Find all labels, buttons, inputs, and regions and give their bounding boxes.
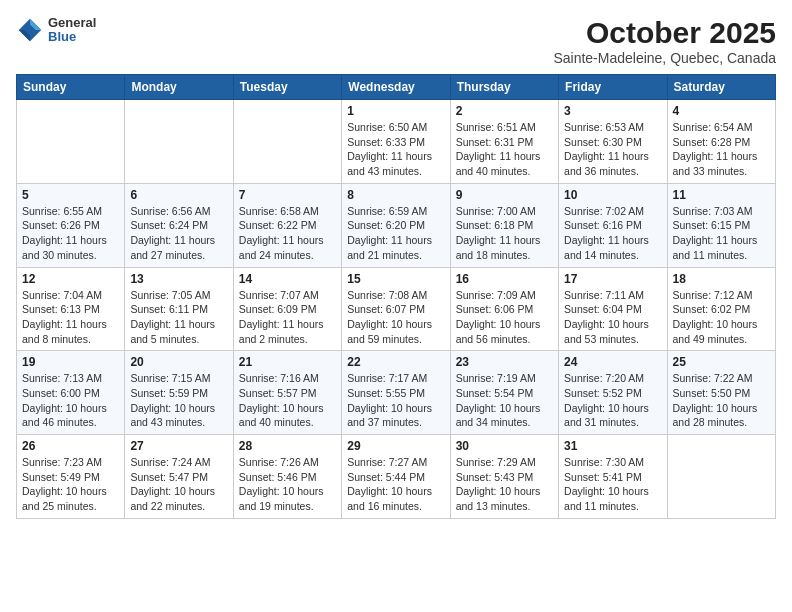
calendar-body: 1Sunrise: 6:50 AM Sunset: 6:33 PM Daylig… bbox=[17, 100, 776, 519]
day-info: Sunrise: 6:58 AM Sunset: 6:22 PM Dayligh… bbox=[239, 204, 336, 263]
calendar-week-row: 26Sunrise: 7:23 AM Sunset: 5:49 PM Dayli… bbox=[17, 435, 776, 519]
day-number: 10 bbox=[564, 188, 661, 202]
calendar-cell bbox=[667, 435, 775, 519]
calendar-cell: 8Sunrise: 6:59 AM Sunset: 6:20 PM Daylig… bbox=[342, 183, 450, 267]
calendar-cell: 25Sunrise: 7:22 AM Sunset: 5:50 PM Dayli… bbox=[667, 351, 775, 435]
day-info: Sunrise: 7:24 AM Sunset: 5:47 PM Dayligh… bbox=[130, 455, 227, 514]
day-info: Sunrise: 6:53 AM Sunset: 6:30 PM Dayligh… bbox=[564, 120, 661, 179]
calendar-cell bbox=[233, 100, 341, 184]
day-number: 22 bbox=[347, 355, 444, 369]
calendar-cell: 22Sunrise: 7:17 AM Sunset: 5:55 PM Dayli… bbox=[342, 351, 450, 435]
calendar-cell: 16Sunrise: 7:09 AM Sunset: 6:06 PM Dayli… bbox=[450, 267, 558, 351]
logo-icon bbox=[16, 16, 44, 44]
day-number: 25 bbox=[673, 355, 770, 369]
calendar-week-row: 19Sunrise: 7:13 AM Sunset: 6:00 PM Dayli… bbox=[17, 351, 776, 435]
day-number: 27 bbox=[130, 439, 227, 453]
calendar-cell: 20Sunrise: 7:15 AM Sunset: 5:59 PM Dayli… bbox=[125, 351, 233, 435]
calendar-cell: 30Sunrise: 7:29 AM Sunset: 5:43 PM Dayli… bbox=[450, 435, 558, 519]
calendar-cell: 1Sunrise: 6:50 AM Sunset: 6:33 PM Daylig… bbox=[342, 100, 450, 184]
calendar-cell bbox=[125, 100, 233, 184]
weekday-row: SundayMondayTuesdayWednesdayThursdayFrid… bbox=[17, 75, 776, 100]
day-info: Sunrise: 7:03 AM Sunset: 6:15 PM Dayligh… bbox=[673, 204, 770, 263]
calendar-cell: 17Sunrise: 7:11 AM Sunset: 6:04 PM Dayli… bbox=[559, 267, 667, 351]
day-number: 12 bbox=[22, 272, 119, 286]
day-number: 4 bbox=[673, 104, 770, 118]
calendar-cell: 11Sunrise: 7:03 AM Sunset: 6:15 PM Dayli… bbox=[667, 183, 775, 267]
day-number: 28 bbox=[239, 439, 336, 453]
day-number: 8 bbox=[347, 188, 444, 202]
day-info: Sunrise: 6:59 AM Sunset: 6:20 PM Dayligh… bbox=[347, 204, 444, 263]
calendar-cell: 2Sunrise: 6:51 AM Sunset: 6:31 PM Daylig… bbox=[450, 100, 558, 184]
day-info: Sunrise: 7:23 AM Sunset: 5:49 PM Dayligh… bbox=[22, 455, 119, 514]
day-info: Sunrise: 7:30 AM Sunset: 5:41 PM Dayligh… bbox=[564, 455, 661, 514]
day-number: 1 bbox=[347, 104, 444, 118]
day-number: 26 bbox=[22, 439, 119, 453]
calendar-cell: 3Sunrise: 6:53 AM Sunset: 6:30 PM Daylig… bbox=[559, 100, 667, 184]
weekday-header: Monday bbox=[125, 75, 233, 100]
day-info: Sunrise: 7:05 AM Sunset: 6:11 PM Dayligh… bbox=[130, 288, 227, 347]
day-info: Sunrise: 7:07 AM Sunset: 6:09 PM Dayligh… bbox=[239, 288, 336, 347]
calendar-cell: 10Sunrise: 7:02 AM Sunset: 6:16 PM Dayli… bbox=[559, 183, 667, 267]
day-number: 5 bbox=[22, 188, 119, 202]
page-header: General Blue October 2025 Sainte-Madelei… bbox=[16, 16, 776, 66]
calendar-cell: 26Sunrise: 7:23 AM Sunset: 5:49 PM Dayli… bbox=[17, 435, 125, 519]
calendar-subtitle: Sainte-Madeleine, Quebec, Canada bbox=[553, 50, 776, 66]
day-number: 14 bbox=[239, 272, 336, 286]
weekday-header: Sunday bbox=[17, 75, 125, 100]
day-number: 18 bbox=[673, 272, 770, 286]
day-info: Sunrise: 7:20 AM Sunset: 5:52 PM Dayligh… bbox=[564, 371, 661, 430]
logo-blue: Blue bbox=[48, 30, 96, 44]
day-info: Sunrise: 7:15 AM Sunset: 5:59 PM Dayligh… bbox=[130, 371, 227, 430]
day-number: 19 bbox=[22, 355, 119, 369]
day-info: Sunrise: 7:08 AM Sunset: 6:07 PM Dayligh… bbox=[347, 288, 444, 347]
title-block: October 2025 Sainte-Madeleine, Quebec, C… bbox=[553, 16, 776, 66]
day-number: 21 bbox=[239, 355, 336, 369]
calendar-cell: 24Sunrise: 7:20 AM Sunset: 5:52 PM Dayli… bbox=[559, 351, 667, 435]
weekday-header: Thursday bbox=[450, 75, 558, 100]
day-number: 2 bbox=[456, 104, 553, 118]
calendar-cell: 23Sunrise: 7:19 AM Sunset: 5:54 PM Dayli… bbox=[450, 351, 558, 435]
calendar-table: SundayMondayTuesdayWednesdayThursdayFrid… bbox=[16, 74, 776, 519]
day-number: 11 bbox=[673, 188, 770, 202]
day-number: 13 bbox=[130, 272, 227, 286]
calendar-week-row: 1Sunrise: 6:50 AM Sunset: 6:33 PM Daylig… bbox=[17, 100, 776, 184]
day-info: Sunrise: 7:12 AM Sunset: 6:02 PM Dayligh… bbox=[673, 288, 770, 347]
logo: General Blue bbox=[16, 16, 96, 45]
day-number: 20 bbox=[130, 355, 227, 369]
day-info: Sunrise: 7:16 AM Sunset: 5:57 PM Dayligh… bbox=[239, 371, 336, 430]
day-info: Sunrise: 6:51 AM Sunset: 6:31 PM Dayligh… bbox=[456, 120, 553, 179]
day-number: 15 bbox=[347, 272, 444, 286]
calendar-cell: 5Sunrise: 6:55 AM Sunset: 6:26 PM Daylig… bbox=[17, 183, 125, 267]
calendar-header: SundayMondayTuesdayWednesdayThursdayFrid… bbox=[17, 75, 776, 100]
calendar-cell: 12Sunrise: 7:04 AM Sunset: 6:13 PM Dayli… bbox=[17, 267, 125, 351]
day-info: Sunrise: 6:50 AM Sunset: 6:33 PM Dayligh… bbox=[347, 120, 444, 179]
day-info: Sunrise: 7:26 AM Sunset: 5:46 PM Dayligh… bbox=[239, 455, 336, 514]
day-number: 30 bbox=[456, 439, 553, 453]
day-info: Sunrise: 6:55 AM Sunset: 6:26 PM Dayligh… bbox=[22, 204, 119, 263]
weekday-header: Wednesday bbox=[342, 75, 450, 100]
calendar-cell: 28Sunrise: 7:26 AM Sunset: 5:46 PM Dayli… bbox=[233, 435, 341, 519]
calendar-cell: 31Sunrise: 7:30 AM Sunset: 5:41 PM Dayli… bbox=[559, 435, 667, 519]
calendar-cell: 13Sunrise: 7:05 AM Sunset: 6:11 PM Dayli… bbox=[125, 267, 233, 351]
logo-general: General bbox=[48, 16, 96, 30]
calendar-cell: 18Sunrise: 7:12 AM Sunset: 6:02 PM Dayli… bbox=[667, 267, 775, 351]
calendar-cell: 15Sunrise: 7:08 AM Sunset: 6:07 PM Dayli… bbox=[342, 267, 450, 351]
weekday-header: Friday bbox=[559, 75, 667, 100]
day-info: Sunrise: 7:00 AM Sunset: 6:18 PM Dayligh… bbox=[456, 204, 553, 263]
calendar-cell: 7Sunrise: 6:58 AM Sunset: 6:22 PM Daylig… bbox=[233, 183, 341, 267]
day-info: Sunrise: 7:27 AM Sunset: 5:44 PM Dayligh… bbox=[347, 455, 444, 514]
day-info: Sunrise: 7:22 AM Sunset: 5:50 PM Dayligh… bbox=[673, 371, 770, 430]
day-number: 23 bbox=[456, 355, 553, 369]
day-info: Sunrise: 7:04 AM Sunset: 6:13 PM Dayligh… bbox=[22, 288, 119, 347]
day-info: Sunrise: 6:56 AM Sunset: 6:24 PM Dayligh… bbox=[130, 204, 227, 263]
day-number: 16 bbox=[456, 272, 553, 286]
calendar-cell: 4Sunrise: 6:54 AM Sunset: 6:28 PM Daylig… bbox=[667, 100, 775, 184]
calendar-cell: 21Sunrise: 7:16 AM Sunset: 5:57 PM Dayli… bbox=[233, 351, 341, 435]
day-number: 31 bbox=[564, 439, 661, 453]
calendar-cell: 6Sunrise: 6:56 AM Sunset: 6:24 PM Daylig… bbox=[125, 183, 233, 267]
calendar-title: October 2025 bbox=[553, 16, 776, 50]
day-info: Sunrise: 7:09 AM Sunset: 6:06 PM Dayligh… bbox=[456, 288, 553, 347]
calendar-cell: 29Sunrise: 7:27 AM Sunset: 5:44 PM Dayli… bbox=[342, 435, 450, 519]
calendar-cell bbox=[17, 100, 125, 184]
day-number: 7 bbox=[239, 188, 336, 202]
